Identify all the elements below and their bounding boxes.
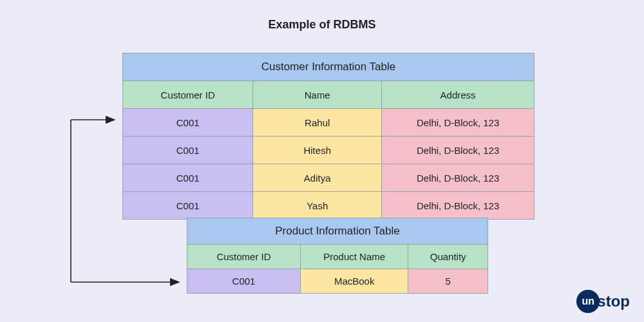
- page-title: Example of RDBMS: [0, 0, 644, 32]
- table-header-row: Customer ID Product Name Quantity: [187, 245, 488, 269]
- cell-product-name: MacBook: [300, 269, 408, 294]
- product-information-table: Product Information Table Customer ID Pr…: [187, 218, 488, 294]
- column-header-product: Product Name: [300, 245, 408, 269]
- column-header-address: Address: [382, 81, 535, 109]
- table-row: C001 Aditya Delhi, D-Block, 123: [123, 164, 535, 192]
- column-header-name: Name: [253, 81, 382, 109]
- table-title-row: Customer Information Table: [123, 53, 535, 81]
- table-header-row: Customer ID Name Address: [123, 81, 535, 109]
- cell-address: Delhi, D-Block, 123: [382, 137, 535, 164]
- cell-name: Aditya: [253, 164, 382, 192]
- cell-name: Hitesh: [253, 137, 382, 164]
- table-row: C001 MacBook 5: [187, 269, 488, 294]
- cell-customer-id: C001: [123, 137, 253, 164]
- cell-customer-id: C001: [123, 164, 253, 192]
- cell-quantity: 5: [408, 269, 488, 294]
- table-title: Customer Information Table: [123, 53, 535, 81]
- table-title-row: Product Information Table: [187, 218, 488, 245]
- table-title: Product Information Table: [187, 218, 488, 245]
- cell-customer-id: C001: [187, 269, 301, 294]
- table-row: C001 Rahul Delhi, D-Block, 123: [123, 109, 535, 137]
- cell-customer-id: C001: [123, 192, 253, 220]
- cell-address: Delhi, D-Block, 123: [382, 192, 535, 220]
- column-header-id: Customer ID: [123, 81, 253, 109]
- cell-address: Delhi, D-Block, 123: [382, 164, 535, 192]
- cell-name: Rahul: [253, 109, 382, 137]
- cell-customer-id: C001: [123, 109, 253, 137]
- logo-circle: un: [576, 290, 600, 313]
- table-row: C001 Hitesh Delhi, D-Block, 123: [123, 137, 535, 164]
- cell-name: Yash: [253, 192, 382, 220]
- column-header-id: Customer ID: [187, 245, 301, 269]
- table-row: C001 Yash Delhi, D-Block, 123: [123, 192, 535, 220]
- column-header-quantity: Quantity: [408, 245, 488, 269]
- unstop-logo: unstop: [576, 290, 630, 313]
- logo-text: stop: [597, 292, 630, 310]
- cell-address: Delhi, D-Block, 123: [382, 109, 535, 137]
- customer-information-table: Customer Information Table Customer ID N…: [122, 53, 535, 220]
